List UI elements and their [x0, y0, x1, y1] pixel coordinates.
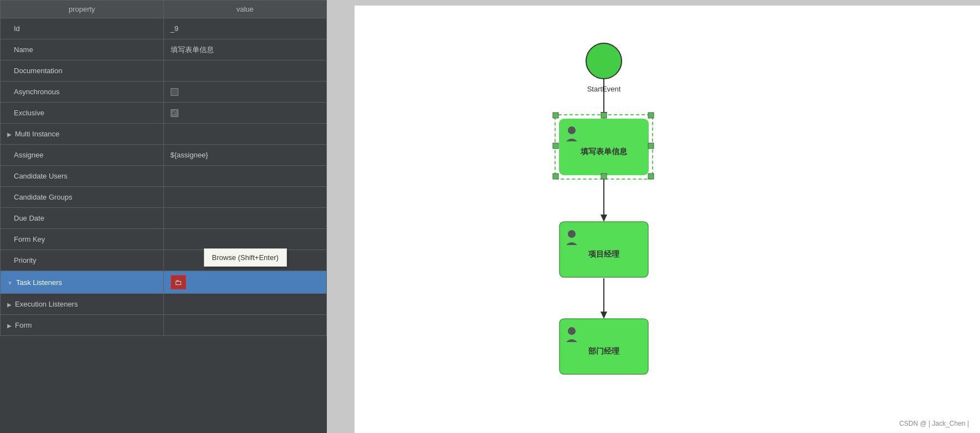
prop-label: Candidate Groups: [1, 187, 164, 208]
col-header-value: value: [163, 1, 326, 18]
table-row[interactable]: Asynchronous: [1, 81, 327, 103]
properties-panel: property value Id_9Name填写表单信息Documentati…: [0, 0, 327, 433]
handle-bm[interactable]: [601, 174, 607, 179]
prop-value: [163, 166, 326, 187]
task1-person-head: [568, 126, 576, 134]
prop-label: Asynchronous: [1, 81, 164, 103]
prop-name: Candidate Groups: [14, 193, 73, 201]
prop-label: ▼Task Listeners: [1, 271, 164, 294]
handle-tr[interactable]: [648, 113, 654, 118]
task2-person-head: [568, 230, 576, 238]
table-row[interactable]: Candidate Groups: [1, 187, 327, 208]
handle-bl[interactable]: [553, 174, 558, 179]
canvas[interactable]: StartEvent 填写表单信息: [355, 6, 980, 433]
value-text: 填写表单信息: [171, 45, 214, 54]
handle-tl[interactable]: [553, 113, 558, 118]
task3-label: 部门经理: [588, 347, 620, 355]
prop-label: Candidate Users: [1, 166, 164, 187]
arrow-task2-task3-head: [601, 312, 607, 319]
prop-label: ▶Form: [1, 315, 164, 336]
prop-name: Asynchronous: [14, 88, 59, 96]
expand-icon[interactable]: ▼: [7, 280, 13, 286]
prop-value: _9: [163, 18, 326, 39]
table-row[interactable]: ▶Form: [1, 315, 327, 336]
expand-icon[interactable]: ▶: [7, 302, 12, 308]
prop-label: Form Key: [1, 229, 164, 250]
expand-icon[interactable]: ▶: [7, 323, 12, 329]
prop-label: ▶Multi Instance: [1, 124, 164, 145]
value-text: ${assignee}: [171, 151, 208, 159]
prop-name: Execution Listeners: [15, 300, 78, 308]
prop-value[interactable]: Browse (Shift+Enter)🗀: [163, 271, 326, 294]
prop-name: Id: [14, 24, 20, 33]
prop-label: Exclusive: [1, 103, 164, 124]
prop-value: [163, 103, 326, 124]
table-row[interactable]: ▶Multi Instance: [1, 124, 327, 145]
arrow-task1-task2-head: [601, 215, 607, 222]
prop-name: Multi Instance: [15, 130, 59, 138]
prop-label: Documentation: [1, 60, 164, 81]
tooltip-box: Browse (Shift+Enter): [204, 248, 287, 267]
prop-value: [163, 60, 326, 81]
checkbox[interactable]: [171, 88, 178, 96]
value-text: _9: [171, 24, 178, 33]
handle-tm[interactable]: [601, 113, 607, 118]
prop-value: [163, 208, 326, 229]
handle-ml[interactable]: [553, 143, 558, 149]
prop-label: Assignee: [1, 145, 164, 166]
prop-name: Candidate Users: [14, 172, 68, 180]
prop-value: [163, 229, 326, 250]
prop-value: 填写表单信息: [163, 39, 326, 60]
browse-button[interactable]: 🗀: [171, 275, 186, 289]
properties-table: property value Id_9Name填写表单信息Documentati…: [0, 0, 327, 336]
expand-icon[interactable]: ▶: [7, 131, 12, 137]
browse-container[interactable]: Browse (Shift+Enter)🗀: [171, 275, 320, 289]
table-row[interactable]: Documentation: [1, 60, 327, 81]
prop-label: Name: [1, 39, 164, 60]
table-row[interactable]: Due Date: [1, 208, 327, 229]
table-row[interactable]: Exclusive: [1, 103, 327, 124]
prop-label: Id: [1, 18, 164, 39]
prop-value: [163, 187, 326, 208]
diagram-svg: StartEvent 填写表单信息: [355, 6, 980, 433]
prop-name: Documentation: [14, 67, 62, 75]
table-row[interactable]: Assignee${assignee}: [1, 145, 327, 166]
table-row[interactable]: Id_9: [1, 18, 327, 39]
prop-value: [163, 315, 326, 336]
col-header-property: property: [1, 1, 164, 18]
watermark: CSDN @ | Jack_Chen |: [899, 420, 969, 427]
task3-person-head: [568, 327, 576, 335]
prop-value: ${assignee}: [163, 145, 326, 166]
handle-br[interactable]: [648, 174, 654, 179]
prop-value: [163, 294, 326, 315]
start-event-shape[interactable]: [586, 43, 622, 79]
prop-value: [163, 124, 326, 145]
prop-name: Form: [15, 321, 32, 329]
prop-name: Task Listeners: [16, 278, 62, 287]
prop-value: [163, 81, 326, 103]
prop-name: Priority: [14, 256, 36, 264]
task2-label: 项目经理: [588, 249, 620, 258]
table-row[interactable]: Candidate Users: [1, 166, 327, 187]
handle-mr[interactable]: [648, 143, 654, 149]
prop-name: Assignee: [14, 151, 43, 159]
task1-label: 填写表单信息: [580, 147, 628, 156]
diagram-panel: StartEvent 填写表单信息: [327, 0, 980, 433]
table-row[interactable]: ▶Execution Listeners: [1, 294, 327, 315]
table-row[interactable]: ▼Task ListenersBrowse (Shift+Enter)🗀: [1, 271, 327, 294]
prop-name: Form Key: [14, 235, 45, 243]
prop-name: Due Date: [14, 214, 44, 222]
prop-label: Priority: [1, 250, 164, 271]
table-row[interactable]: Name填写表单信息: [1, 39, 327, 60]
prop-name: Exclusive: [14, 109, 44, 117]
prop-label: ▶Execution Listeners: [1, 294, 164, 315]
table-row[interactable]: Form Key: [1, 229, 327, 250]
prop-label: Due Date: [1, 208, 164, 229]
checkbox[interactable]: [171, 109, 178, 117]
prop-name: Name: [14, 45, 33, 54]
